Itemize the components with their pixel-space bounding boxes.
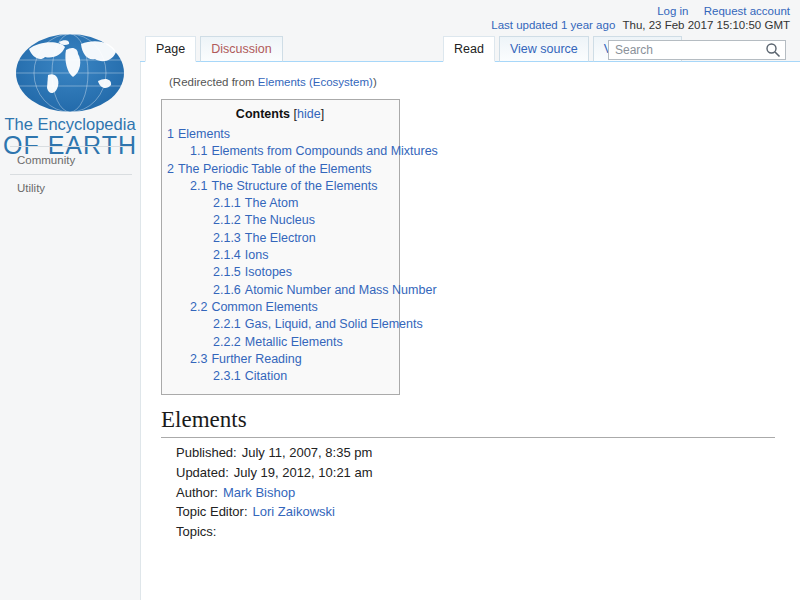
toc-entry-link[interactable]: 2.1.1The Atom [213, 195, 393, 212]
page-title: Elements [161, 407, 775, 438]
search-box [608, 40, 786, 60]
search-icon[interactable] [765, 42, 781, 58]
toc-entry-text: Further Reading [211, 352, 301, 366]
tab-label: Read [454, 42, 484, 56]
toc-entry-text: Atomic Number and Mass Number [245, 283, 437, 297]
tab-label: Discussion [211, 42, 271, 56]
toc-entry-link[interactable]: 1.1Elements from Compounds and Mixtures [190, 143, 393, 160]
toc-entry-link[interactable]: 2.2.1Gas, Liquid, and Solid Elements [213, 316, 393, 333]
toc-entry-text: Ions [245, 248, 269, 262]
toc-entry-link[interactable]: 2.1.2The Nucleus [213, 212, 393, 229]
toc-entry-text: Metallic Elements [245, 335, 343, 349]
sidebar: Community Utility [0, 140, 140, 600]
toc-entry-link[interactable]: 2.1The Structure of the Elements [190, 178, 393, 195]
toc-entry-text: The Nucleus [245, 213, 315, 227]
metadata-row: Published:July 11, 2007, 8:35 pm [176, 443, 775, 463]
toc-entry-number: 2.1.2 [213, 213, 241, 227]
sidebar-divider [10, 146, 132, 147]
namespace-tab[interactable]: Page [145, 36, 196, 62]
metadata-value: July 11, 2007, 8:35 pm [242, 445, 373, 460]
toc-entry-number: 1.1 [190, 144, 207, 158]
toc-entry-number: 2.1.3 [213, 231, 241, 245]
toc-entry-link[interactable]: 2.3.1Citation [213, 368, 393, 385]
namespace-tab[interactable]: Discussion [200, 36, 282, 62]
topics-row: Topics: [176, 522, 775, 542]
toc-entry-number: 2.2.2 [213, 335, 241, 349]
toc-entry-number: 2.1.4 [213, 248, 241, 262]
toc-title: Contents [236, 107, 290, 121]
metadata-label: Topic Editor: [176, 504, 248, 519]
view-tab[interactable]: View source [499, 36, 589, 62]
metadata-row: Author:Mark Bishop [176, 483, 775, 503]
metadata-value: Lori Zaikowski [253, 504, 335, 519]
metadata-row: Updated:July 19, 2012, 10:21 am [176, 463, 775, 483]
toc-entry-text: Elements [178, 127, 230, 141]
toc-entry-number: 1 [167, 127, 174, 141]
toc-entry-number: 2.3.1 [213, 369, 241, 383]
toc-entry-number: 2.1 [190, 179, 207, 193]
site-logo[interactable]: The Encyclopedia OF EARTH [0, 0, 140, 140]
toc-title-row: Contents [hide] [167, 107, 393, 121]
toc-entry-link[interactable]: 2.1.3The Electron [213, 230, 393, 247]
article-metadata: Published:July 11, 2007, 8:35 pm Updated… [176, 443, 775, 521]
toc-entry-text: Citation [245, 369, 287, 383]
sidebar-header-community: Community [0, 153, 140, 168]
toc-entry-link[interactable]: 2.1.4Ions [213, 247, 393, 264]
topics-label: Topics: [176, 522, 223, 542]
toc-entry-number: 2.2.1 [213, 317, 241, 331]
toc-entry-number: 2.1.6 [213, 283, 241, 297]
toc-entry-link[interactable]: 2The Periodic Table of the Elements [167, 161, 393, 178]
tab-bar: Page Discussion Read View source View hi… [140, 0, 800, 62]
metadata-value: Mark Bishop [223, 485, 295, 500]
view-tab[interactable]: Read [443, 36, 495, 62]
toc-entry-text: Common Elements [211, 300, 317, 314]
toc-entry-link[interactable]: 2.3Further Reading [190, 351, 393, 368]
tab-label: View source [510, 42, 578, 56]
toc-entry-link[interactable]: 2.2Common Elements [190, 299, 393, 316]
search-input[interactable] [608, 40, 786, 60]
toc-entry-text: The Structure of the Elements [211, 179, 377, 193]
redirect-prefix: (Redirected from [169, 76, 258, 88]
toc-entry-link[interactable]: 1Elements [167, 126, 393, 143]
toc-entry-number: 2.1.1 [213, 196, 241, 210]
toc-entry-link[interactable]: 2.1.5Isotopes [213, 264, 393, 281]
metadata-label: Published: [176, 445, 237, 460]
toc-entry-number: 2.3 [190, 352, 207, 366]
namespace-tabs: Page Discussion [145, 36, 287, 62]
toc-entry-link[interactable]: 2.1.6Atomic Number and Mass Number [213, 282, 393, 299]
toc-entry-number: 2 [167, 162, 174, 176]
toc-entry-text: Gas, Liquid, and Solid Elements [245, 317, 423, 331]
toc-entry-text: The Periodic Table of the Elements [178, 162, 372, 176]
metadata-label: Updated: [176, 465, 229, 480]
globe-icon [15, 33, 125, 113]
toc-entry-text: The Electron [245, 231, 316, 245]
toc-entry-number: 2.1.5 [213, 265, 241, 279]
content-area: (Redirected from Elements (Ecosystem)) C… [140, 62, 800, 600]
redirect-note: (Redirected from Elements (Ecosystem)) [169, 76, 775, 88]
toc-hide-bracket-close: ] [321, 107, 324, 121]
metadata-label: Author: [176, 485, 218, 500]
metadata-value: July 19, 2012, 10:21 am [234, 465, 373, 480]
toc-entry-number: 2.2 [190, 300, 207, 314]
sidebar-header-utility: Utility [0, 181, 140, 196]
sidebar-divider [10, 174, 132, 175]
toc-entries: 1Elements 1.1Elements from Compounds and… [167, 126, 393, 385]
toc-entry-text: Isotopes [245, 265, 292, 279]
tab-label: Page [156, 42, 185, 56]
table-of-contents: Contents [hide] 1Elements 1.1Elements fr… [161, 99, 400, 395]
redirect-source-link[interactable]: Elements (Ecosystem) [258, 76, 373, 88]
toc-hide-link[interactable]: hide [297, 107, 321, 121]
toc-entry-link[interactable]: 2.2.2Metallic Elements [213, 334, 393, 351]
toc-entry-text: The Atom [245, 196, 299, 210]
toc-entry-text: Elements from Compounds and Mixtures [211, 144, 437, 158]
redirect-suffix: ) [373, 76, 377, 88]
metadata-row: Topic Editor:Lori Zaikowski [176, 502, 775, 522]
